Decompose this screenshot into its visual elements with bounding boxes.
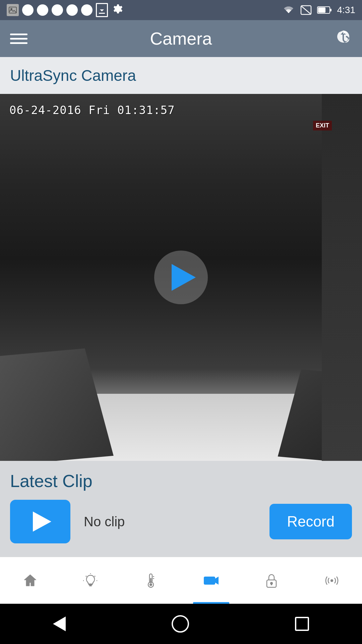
play-triangle-icon [172,264,196,291]
nav-item-thermostat[interactable] [121,557,181,604]
lock-icon [263,572,280,589]
svg-rect-21 [204,577,215,585]
svg-line-4 [302,6,310,14]
camera-name: UltraSync Camera [10,66,352,85]
svg-rect-0 [9,7,16,13]
home-button[interactable] [172,615,189,633]
download-status-icon [96,3,108,17]
status-icons [7,3,125,17]
menu-button[interactable] [10,34,27,44]
dot-icon-5 [81,4,93,16]
lights-icon [82,572,99,589]
clip-controls: No clip Record [10,500,352,543]
sensor-icon [323,572,341,589]
app-header: Camera [0,20,362,57]
back-icon [53,616,66,631]
system-nav [0,604,362,644]
exit-sign: EXIT [313,121,332,130]
svg-rect-17 [150,578,152,583]
svg-point-18 [149,583,152,586]
play-clip-button[interactable] [10,500,70,543]
status-right: 4:31 [282,5,356,15]
svg-line-14 [86,576,86,577]
svg-rect-2 [99,13,105,14]
svg-rect-8 [88,584,93,585]
thermostat-icon [142,572,160,589]
svg-line-11 [95,576,95,577]
svg-rect-6 [318,7,325,13]
nav-item-home[interactable] [0,557,60,604]
bottom-nav [0,557,362,604]
clock: 4:31 [337,5,356,15]
video-feed: EXIT 06-24-2016 Fri 01:31:57 [0,94,362,461]
page-title: Camera [150,29,212,49]
video-area[interactable]: EXIT 06-24-2016 Fri 01:31:57 [0,94,362,461]
nav-item-lock[interactable] [241,557,302,604]
record-button[interactable]: Record [269,504,352,539]
dot-icon-1 [22,4,34,16]
video-timestamp: 06-24-2016 Fri 01:31:57 [9,103,175,117]
svg-rect-7 [330,9,331,11]
svg-rect-24 [271,583,272,585]
gear-status-icon [111,3,125,17]
cctv-wall-right [322,94,362,461]
battery-icon [317,6,332,14]
home-nav-icon [172,615,189,633]
camera-name-bar: UltraSync Camera [0,57,362,94]
wifi-icon [282,5,295,15]
status-bar: 4:31 [0,0,362,20]
recent-icon [295,617,309,631]
nav-item-sensor[interactable] [302,557,362,604]
latest-clip-title: Latest Clip [10,471,352,491]
no-sim-icon [300,5,312,15]
svg-point-25 [330,579,333,582]
home-icon [21,572,39,589]
dot-icon-2 [37,4,48,16]
nav-item-camera[interactable] [181,557,241,604]
refresh-button[interactable] [335,28,352,49]
back-button[interactable] [53,616,66,631]
svg-rect-9 [89,585,92,586]
recent-apps-button[interactable] [295,617,309,631]
dot-icon-4 [66,4,78,16]
image-status-icon [7,4,19,16]
camera-icon [202,572,220,589]
play-clip-icon [33,512,51,532]
cctv-table-left [0,348,114,461]
no-clip-label: No clip [84,514,256,529]
nav-item-lights[interactable] [60,557,121,604]
dot-icon-3 [52,4,63,16]
latest-clip-section: Latest Clip No clip Record [0,461,362,557]
video-play-button[interactable] [154,251,208,304]
